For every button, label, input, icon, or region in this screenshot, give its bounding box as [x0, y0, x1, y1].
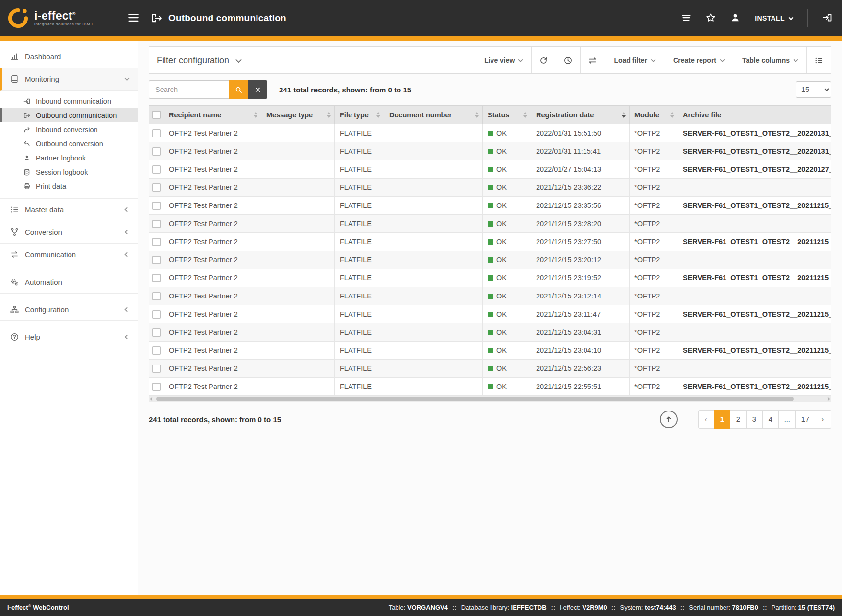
page-ellipsis[interactable]: ...: [779, 410, 796, 429]
live-view-button[interactable]: Live view: [475, 47, 531, 73]
create-report-button[interactable]: Create report: [664, 47, 733, 73]
page-button-4[interactable]: 4: [763, 410, 779, 429]
table-row[interactable]: OFTP2 Test Partner 2 FLATFILE OK 2021/12…: [149, 287, 831, 305]
cell-file-type: FLATFILE: [335, 323, 384, 342]
row-checkbox[interactable]: [152, 129, 161, 137]
table-row[interactable]: OFTP2 Test Partner 2 FLATFILE OK 2021/12…: [149, 197, 831, 215]
sidebar-item-inbound-communication[interactable]: Inbound communication: [0, 94, 138, 108]
logout-button[interactable]: [822, 13, 832, 24]
clear-search-button[interactable]: [248, 80, 267, 99]
row-checkbox-cell: [149, 160, 164, 179]
scroll-right-icon[interactable]: [826, 397, 830, 401]
table-row[interactable]: OFTP2 Test Partner 2 FLATFILE OK 2021/12…: [149, 215, 831, 233]
menu-toggle-button[interactable]: [128, 14, 139, 23]
sidebar-item-session-logbook[interactable]: Session logbook: [0, 165, 138, 179]
table-row[interactable]: OFTP2 Test Partner 2 FLATFILE OK 2021/12…: [149, 305, 831, 323]
column-header-archive-file[interactable]: Archive file: [678, 106, 831, 124]
page-button-1[interactable]: 1: [714, 410, 730, 429]
table-row[interactable]: OFTP2 Test Partner 2 FLATFILE OK 2021/12…: [149, 251, 831, 269]
table-row[interactable]: OFTP2 Test Partner 2 FLATFILE OK 2022/01…: [149, 142, 831, 160]
scrollbar-thumb[interactable]: [156, 397, 794, 401]
prev-page-button[interactable]: ‹: [698, 410, 714, 429]
table-columns-button[interactable]: Table columns: [733, 47, 806, 73]
row-checkbox[interactable]: [152, 238, 161, 246]
sidebar-item-help[interactable]: Help: [0, 326, 138, 348]
row-checkbox[interactable]: [152, 274, 161, 282]
scroll-left-icon[interactable]: [150, 397, 154, 401]
column-header-file-type[interactable]: File type: [335, 106, 384, 124]
column-header-document-number[interactable]: Document number: [384, 106, 483, 124]
cell-file-type: FLATFILE: [335, 160, 384, 179]
table-row[interactable]: OFTP2 Test Partner 2 FLATFILE OK 2021/12…: [149, 323, 831, 342]
cell-message-type: [261, 269, 335, 287]
table-row[interactable]: OFTP2 Test Partner 2 FLATFILE OK 2021/12…: [149, 269, 831, 287]
page-button-2[interactable]: 2: [730, 410, 747, 429]
row-checkbox[interactable]: [152, 165, 161, 174]
scroll-to-top-button[interactable]: [660, 411, 678, 428]
column-header-registration-date[interactable]: Registration date: [531, 106, 630, 124]
row-checkbox-cell: [149, 342, 164, 360]
column-header-message-type[interactable]: Message type: [261, 106, 335, 124]
row-checkbox[interactable]: [152, 220, 161, 228]
row-checkbox[interactable]: [152, 328, 161, 337]
page-button-3[interactable]: 3: [747, 410, 763, 429]
sidebar-item-configuration[interactable]: Configuration: [0, 298, 138, 321]
sidebar-item-dashboard[interactable]: Dashboard: [0, 46, 138, 68]
user-avatar-button[interactable]: [730, 13, 740, 24]
sidebar-item-partner-logbook[interactable]: Partner logbook: [0, 151, 138, 165]
sidebar-item-automation[interactable]: Automation: [0, 271, 138, 294]
cell-document-number: [384, 269, 483, 287]
row-checkbox[interactable]: [152, 183, 161, 192]
search-button[interactable]: [229, 80, 248, 99]
row-checkbox[interactable]: [152, 383, 161, 391]
table-row[interactable]: OFTP2 Test Partner 2 FLATFILE OK 2021/12…: [149, 179, 831, 197]
horizontal-scrollbar[interactable]: [149, 396, 831, 402]
table-row[interactable]: OFTP2 Test Partner 2 FLATFILE OK 2021/12…: [149, 233, 831, 251]
page-button-17[interactable]: 17: [796, 410, 815, 429]
table-row[interactable]: OFTP2 Test Partner 2 FLATFILE OK 2022/01…: [149, 160, 831, 179]
row-checkbox[interactable]: [152, 202, 161, 210]
refresh-button[interactable]: [531, 47, 556, 73]
stack-button[interactable]: [681, 13, 691, 24]
sidebar-item-master-data[interactable]: Master data: [0, 199, 138, 221]
brand-logo[interactable]: i-effect® integrated solutions for IBM i: [7, 7, 116, 29]
column-header-status[interactable]: Status: [483, 106, 531, 124]
row-checkbox[interactable]: [152, 292, 161, 300]
sidebar-item-communication[interactable]: Communication: [0, 244, 138, 266]
sidebar-item-outbound-communication[interactable]: Outbound communication: [0, 108, 138, 122]
sidebar-item-monitoring[interactable]: Monitoring: [0, 68, 138, 91]
favorites-button[interactable]: [706, 13, 716, 24]
table-row[interactable]: OFTP2 Test Partner 2 FLATFILE OK 2021/12…: [149, 378, 831, 396]
table-row[interactable]: OFTP2 Test Partner 2 FLATFILE OK 2021/12…: [149, 342, 831, 360]
filter-configuration-button[interactable]: Filter configuration: [149, 47, 248, 73]
row-checkbox[interactable]: [152, 310, 161, 319]
sidebar-item-inbound-conversion[interactable]: Inbound conversion: [0, 122, 138, 137]
table-row[interactable]: OFTP2 Test Partner 2 FLATFILE OK 2021/12…: [149, 360, 831, 378]
status-ok-indicator: [488, 312, 493, 317]
cell-recipient-name: OFTP2 Test Partner 2: [164, 197, 261, 215]
next-page-button[interactable]: ›: [815, 410, 831, 429]
list-view-button[interactable]: [806, 47, 831, 73]
search-input[interactable]: [149, 80, 229, 99]
page-size-select[interactable]: 15: [796, 81, 831, 98]
column-header-module[interactable]: Module: [630, 106, 678, 124]
user-menu-button[interactable]: INSTALL: [755, 14, 793, 22]
row-checkbox[interactable]: [152, 256, 161, 264]
cell-archive-file: SERVER-F61_OTEST1_OTEST2__20211215_23194…: [678, 269, 831, 287]
column-header-recipient-name[interactable]: Recipient name: [164, 106, 261, 124]
schedule-button[interactable]: [556, 47, 580, 73]
row-checkbox[interactable]: [152, 365, 161, 373]
sidebar-item-print-data[interactable]: Print data: [0, 179, 138, 193]
load-filter-button[interactable]: Load filter: [605, 47, 664, 73]
row-checkbox[interactable]: [152, 346, 161, 355]
chevron-down-icon: [794, 57, 798, 62]
chevron-down-icon: [235, 56, 242, 63]
sidebar-item-conversion[interactable]: Conversion: [0, 221, 138, 244]
row-checkbox[interactable]: [152, 147, 161, 156]
table-row[interactable]: OFTP2 Test Partner 2 FLATFILE OK 2022/01…: [149, 124, 831, 142]
brand-tagline: integrated solutions for IBM i: [34, 23, 93, 26]
transfer-button[interactable]: [580, 47, 605, 73]
select-all-checkbox[interactable]: [152, 111, 161, 119]
cell-module: *OFTP2: [630, 124, 678, 142]
sidebar-item-outbound-conversion[interactable]: Outbound conversion: [0, 137, 138, 151]
